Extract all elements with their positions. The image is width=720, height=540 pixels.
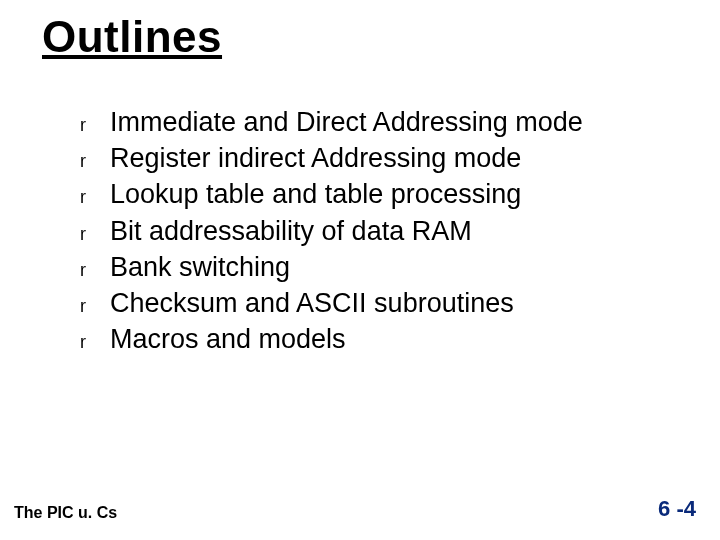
- slide-title: Outlines: [42, 12, 222, 62]
- list-item: r Immediate and Direct Addressing mode: [80, 104, 660, 140]
- bullet-icon: r: [80, 288, 110, 318]
- list-item: r Bit addressability of data RAM: [80, 213, 660, 249]
- list-item-text: Register indirect Addressing mode: [110, 140, 521, 176]
- slide: Outlines r Immediate and Direct Addressi…: [0, 0, 720, 540]
- list-item: r Checksum and ASCII subroutines: [80, 285, 660, 321]
- list-item-text: Bit addressability of data RAM: [110, 213, 472, 249]
- list-item-text: Lookup table and table processing: [110, 176, 521, 212]
- list-item: r Lookup table and table processing: [80, 176, 660, 212]
- footer-left: The PIC u. Cs: [14, 504, 117, 522]
- list-item-text: Bank switching: [110, 249, 290, 285]
- bullet-icon: r: [80, 216, 110, 246]
- list-item-text: Macros and models: [110, 321, 346, 357]
- list-item-text: Immediate and Direct Addressing mode: [110, 104, 583, 140]
- list-item: r Macros and models: [80, 321, 660, 357]
- list-item-text: Checksum and ASCII subroutines: [110, 285, 514, 321]
- footer-right-page: 6 -4: [658, 496, 696, 522]
- list-item: r Register indirect Addressing mode: [80, 140, 660, 176]
- bullet-icon: r: [80, 143, 110, 173]
- bullet-icon: r: [80, 324, 110, 354]
- bullet-icon: r: [80, 252, 110, 282]
- bullet-icon: r: [80, 179, 110, 209]
- bullet-icon: r: [80, 107, 110, 137]
- list-item: r Bank switching: [80, 249, 660, 285]
- outline-list: r Immediate and Direct Addressing mode r…: [80, 104, 660, 357]
